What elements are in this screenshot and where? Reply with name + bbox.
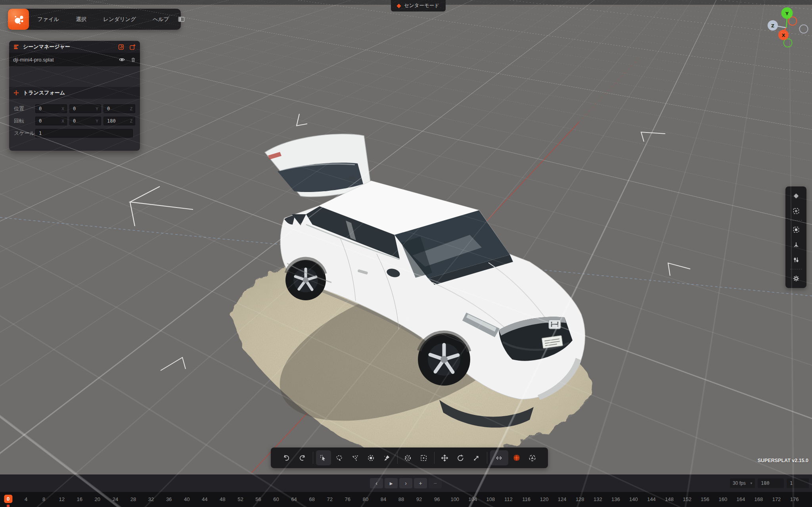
position-x-input[interactable] xyxy=(36,106,61,111)
timeline-frame[interactable]: 36 xyxy=(166,496,172,502)
rotation-x-field[interactable]: X xyxy=(35,117,67,125)
timeline-frame[interactable]: 168 xyxy=(755,496,763,502)
rotation-z-field[interactable]: Z xyxy=(103,117,135,125)
splat-diamond-button[interactable] xyxy=(789,188,804,204)
timeline-frame[interactable]: 8 xyxy=(42,496,45,502)
supersplat-logo[interactable] xyxy=(8,9,29,30)
timeline-frame[interactable]: 140 xyxy=(629,496,638,502)
timeline-frame[interactable]: 120 xyxy=(540,496,549,502)
timeline-frame[interactable]: 144 xyxy=(647,496,656,502)
prev-key-button[interactable]: ‹ xyxy=(370,478,383,488)
band-select-button[interactable] xyxy=(490,450,508,465)
splat-globe-button[interactable] xyxy=(509,450,524,465)
position-z-input[interactable] xyxy=(104,106,130,111)
position-y-input[interactable] xyxy=(70,106,96,111)
rotate-tool-button[interactable] xyxy=(453,450,468,465)
position-y-field[interactable]: Y xyxy=(69,104,101,113)
z-axis-ball[interactable]: Z xyxy=(768,20,778,31)
frame-step-input[interactable] xyxy=(787,478,809,488)
move-tool-button[interactable] xyxy=(437,450,452,465)
timeline-frame[interactable]: 80 xyxy=(363,496,368,502)
timeline-frame[interactable]: 116 xyxy=(522,496,530,502)
add-splat-icon[interactable] xyxy=(129,44,136,50)
timeline-ruler[interactable]: 0481216202428323640444852566064687276808… xyxy=(0,492,812,507)
x-axis-ball[interactable]: X xyxy=(778,30,789,40)
scale-input[interactable] xyxy=(36,131,132,136)
timeline-frame[interactable]: 72 xyxy=(327,496,333,502)
sphere-select-button[interactable] xyxy=(400,450,416,465)
center-mode-badge[interactable]: センターモード xyxy=(391,0,446,12)
brush-select-button[interactable] xyxy=(364,450,379,465)
playhead-tick[interactable] xyxy=(7,505,10,507)
panel-toggle-button[interactable] xyxy=(178,15,185,23)
timeline-frame[interactable]: 56 xyxy=(255,496,261,502)
timeline-frame[interactable]: 16 xyxy=(77,496,82,502)
timeline-frame[interactable]: 32 xyxy=(148,496,154,502)
lasso-select-button[interactable] xyxy=(332,450,347,465)
timeline-frame[interactable]: 48 xyxy=(220,496,225,502)
origin-axes-button[interactable] xyxy=(789,237,804,252)
timeline-frame[interactable]: 148 xyxy=(665,496,674,502)
timeline-frame[interactable]: 64 xyxy=(291,496,297,502)
timeline-frame[interactable]: 24 xyxy=(113,496,118,502)
scale-tool-button[interactable] xyxy=(469,450,484,465)
redo-button[interactable] xyxy=(295,450,310,465)
position-x-field[interactable]: X xyxy=(35,104,67,113)
timeline-frame[interactable]: 176 xyxy=(790,496,799,502)
timeline-frame[interactable]: 128 xyxy=(576,496,584,502)
frame-selection-button[interactable] xyxy=(789,204,804,219)
play-button[interactable]: ▶ xyxy=(385,478,398,488)
fps-dropdown[interactable]: 30 fps ▾ xyxy=(730,478,755,488)
timeline-frame[interactable]: 44 xyxy=(202,496,207,502)
timeline-frame[interactable]: 164 xyxy=(737,496,745,502)
neg-z-axis-ball[interactable] xyxy=(800,25,808,33)
timeline-frame[interactable]: 60 xyxy=(273,496,279,502)
position-z-field[interactable]: Z xyxy=(103,104,135,113)
rotation-z-input[interactable] xyxy=(104,118,130,124)
pick-select-button[interactable] xyxy=(316,450,331,465)
timeline-frame[interactable]: 84 xyxy=(381,496,386,502)
remove-key-button[interactable]: − xyxy=(429,478,442,488)
rotation-y-input[interactable] xyxy=(70,118,96,124)
menu-item-select[interactable]: 選択 xyxy=(67,16,95,23)
eye-icon[interactable] xyxy=(119,56,125,63)
settings-button[interactable] xyxy=(789,271,804,286)
timeline-frame[interactable]: 88 xyxy=(398,496,404,502)
next-key-button[interactable]: › xyxy=(399,478,412,488)
menu-item-file[interactable]: ファイル xyxy=(29,16,67,23)
timeline-frame[interactable]: 104 xyxy=(468,496,477,502)
timeline-frame[interactable]: 52 xyxy=(237,496,243,502)
timeline-frame[interactable]: 152 xyxy=(683,496,691,502)
paint-select-button[interactable] xyxy=(379,450,395,465)
undo-button[interactable] xyxy=(279,450,294,465)
menu-item-help[interactable]: ヘルプ xyxy=(144,16,177,23)
y-axis-ball[interactable]: Y xyxy=(781,8,793,19)
timeline-frame[interactable]: 28 xyxy=(130,496,136,502)
trash-icon[interactable] xyxy=(130,57,136,63)
timeline-frame[interactable]: 112 xyxy=(504,496,513,502)
timeline-frame[interactable]: 160 xyxy=(718,496,727,502)
timeline-frame[interactable]: 68 xyxy=(309,496,314,502)
camera-rig-button[interactable] xyxy=(525,450,540,465)
timeline-frame[interactable]: 124 xyxy=(558,496,567,502)
timeline-frame[interactable]: 4 xyxy=(25,496,27,502)
neg-y-axis-ball[interactable] xyxy=(784,39,792,47)
timeline-frame[interactable]: 12 xyxy=(59,496,64,502)
add-key-button[interactable]: + xyxy=(414,478,427,488)
timeline-frame[interactable]: 40 xyxy=(184,496,190,502)
rotation-x-input[interactable] xyxy=(36,118,61,124)
timeline-frame[interactable]: 132 xyxy=(594,496,602,502)
view-settings-button[interactable] xyxy=(789,252,804,267)
orientation-gizmo[interactable]: Y Z X xyxy=(764,5,812,51)
timeline-frame-current[interactable]: 0 xyxy=(4,495,12,503)
timeline-frame[interactable]: 156 xyxy=(701,496,709,502)
splat-file-row[interactable]: dji-mini4-pro.splat xyxy=(9,53,140,66)
rotation-y-field[interactable]: Y xyxy=(69,117,101,125)
timeline-frame[interactable]: 96 xyxy=(434,496,440,502)
timeline-frame[interactable]: 76 xyxy=(345,496,350,502)
box-select-button[interactable] xyxy=(416,450,431,465)
timeline-frame[interactable]: 108 xyxy=(486,496,495,502)
scale-field[interactable] xyxy=(35,129,133,138)
timeline-frame[interactable]: 172 xyxy=(772,496,781,502)
timeline-frame[interactable]: 100 xyxy=(450,496,459,502)
